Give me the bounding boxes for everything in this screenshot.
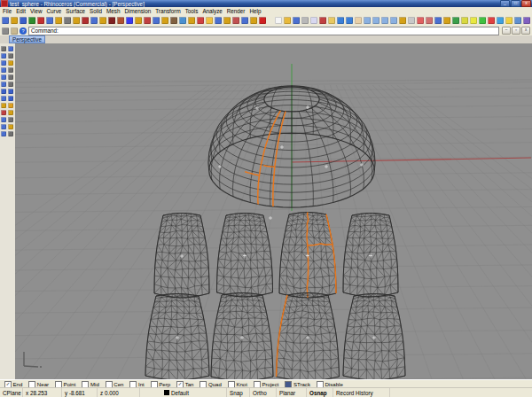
join-icon[interactable] xyxy=(197,17,204,24)
fillet-icon[interactable] xyxy=(232,17,239,24)
lock-icon[interactable] xyxy=(64,17,71,24)
mirror-tool-icon[interactable] xyxy=(1,124,6,129)
scale-tool-icon[interactable] xyxy=(8,117,13,122)
line-tool-icon[interactable] xyxy=(8,53,13,58)
rotate-icon[interactable] xyxy=(443,17,450,24)
zoom-selected-icon[interactable] xyxy=(390,17,397,24)
surface-tools-icon[interactable] xyxy=(90,17,98,24)
sphere-icon[interactable] xyxy=(144,17,151,24)
offset-icon[interactable] xyxy=(241,17,248,24)
open-icon[interactable] xyxy=(284,17,291,24)
extrude-icon[interactable] xyxy=(170,17,177,24)
polygon-tool-icon[interactable] xyxy=(1,82,6,87)
loft-icon[interactable] xyxy=(179,17,186,24)
zoom-extents-icon[interactable] xyxy=(381,17,388,24)
menu-item-view[interactable]: View xyxy=(30,8,43,14)
menu-item-curve[interactable]: Curve xyxy=(47,8,62,14)
cylinder-icon[interactable] xyxy=(153,17,160,24)
menu-item-analyze[interactable]: Analyze xyxy=(202,8,222,14)
plane-tool-icon[interactable] xyxy=(8,82,13,87)
zoom-icon[interactable] xyxy=(364,17,371,24)
array-icon[interactable] xyxy=(250,17,257,24)
unlock-icon[interactable] xyxy=(73,17,80,24)
alert-icon[interactable] xyxy=(37,17,44,24)
grid-icon[interactable] xyxy=(408,17,415,24)
environment-icon[interactable] xyxy=(497,17,504,24)
menu-item-surface[interactable]: Surface xyxy=(66,8,85,14)
mesh-tool-icon[interactable] xyxy=(8,103,13,108)
undo-icon[interactable] xyxy=(337,17,344,24)
rectangle-icon[interactable] xyxy=(126,17,133,24)
viewport-canvas[interactable] xyxy=(15,43,532,380)
curve-tools-icon[interactable] xyxy=(82,17,89,24)
options-icon[interactable] xyxy=(523,17,530,24)
loft-tool-icon[interactable] xyxy=(1,96,6,101)
menu-item-mesh[interactable]: Mesh xyxy=(106,8,120,14)
rectangle-tool-icon[interactable] xyxy=(8,74,13,80)
revolve-icon[interactable] xyxy=(188,17,195,24)
box-icon[interactable] xyxy=(135,17,142,24)
check-icon[interactable] xyxy=(28,17,35,24)
menu-item-edit[interactable]: Edit xyxy=(16,8,26,14)
copy-icon[interactable] xyxy=(310,17,317,24)
trim-tool-icon[interactable] xyxy=(8,124,13,129)
pan-icon[interactable] xyxy=(355,17,362,24)
record-icon[interactable] xyxy=(259,17,266,24)
trim-icon[interactable] xyxy=(215,17,222,24)
pipe-icon[interactable] xyxy=(161,17,168,24)
surface-corner-icon[interactable] xyxy=(1,89,6,94)
sun-icon[interactable] xyxy=(505,17,512,24)
shade-icon[interactable] xyxy=(417,17,424,24)
sweep-tool-icon[interactable] xyxy=(1,103,6,108)
save-file-icon[interactable] xyxy=(293,17,300,24)
menu-item-transform[interactable]: Transform xyxy=(155,8,180,14)
solid-tools-icon[interactable] xyxy=(99,17,106,24)
join-tool-icon[interactable] xyxy=(1,131,6,136)
zoom-window-icon[interactable] xyxy=(372,17,379,24)
menu-item-solid[interactable]: Solid xyxy=(90,8,102,14)
cut-icon[interactable] xyxy=(319,17,326,24)
menu-item-help[interactable]: Help xyxy=(249,8,261,14)
cplane-label[interactable]: CPlane xyxy=(0,388,23,397)
ground-plane-icon[interactable] xyxy=(514,17,521,24)
arc-tool-icon[interactable] xyxy=(8,67,13,73)
polyline-icon[interactable] xyxy=(117,17,124,24)
mdi-restore-button[interactable]: ▫ xyxy=(512,27,520,35)
perspective-viewport[interactable] xyxy=(15,43,532,380)
material-icon[interactable] xyxy=(488,17,495,24)
explode-icon[interactable] xyxy=(206,17,213,24)
new-file-icon[interactable] xyxy=(275,17,282,24)
mirror-icon[interactable] xyxy=(461,17,468,24)
copy-tool-icon[interactable] xyxy=(8,110,13,115)
paste-icon[interactable] xyxy=(328,17,335,24)
line-icon[interactable] xyxy=(108,17,115,24)
scale-icon[interactable] xyxy=(452,17,459,24)
layer-indicator[interactable]: Default xyxy=(161,388,227,397)
minimize-button[interactable]: _ xyxy=(500,0,510,7)
circle-tool-icon[interactable] xyxy=(1,67,6,73)
rotate-view-icon[interactable] xyxy=(399,17,406,24)
toggle-osnap[interactable]: Osnap xyxy=(307,388,333,397)
print-icon[interactable] xyxy=(301,17,309,24)
toggle-ortho[interactable]: Ortho xyxy=(250,388,277,397)
toggle-snap[interactable]: Snap xyxy=(227,388,250,397)
ellipse-tool-icon[interactable] xyxy=(1,74,6,80)
mdi-close-button[interactable]: x xyxy=(521,27,530,35)
properties-icon[interactable] xyxy=(479,17,486,24)
toggle-planar[interactable]: Planar xyxy=(277,388,307,397)
layers-icon[interactable] xyxy=(470,17,477,24)
split-icon[interactable] xyxy=(223,17,231,24)
menu-item-tools[interactable]: Tools xyxy=(185,8,199,14)
layer-state-icon[interactable] xyxy=(2,17,9,24)
render-icon[interactable] xyxy=(426,17,433,24)
select-brush-icon[interactable] xyxy=(8,46,13,51)
save-icon[interactable] xyxy=(20,17,27,24)
extrude-tool-icon[interactable] xyxy=(8,89,13,94)
record-history-toggle[interactable]: Record History xyxy=(333,388,390,397)
move-icon[interactable] xyxy=(434,17,442,24)
move-tool-icon[interactable] xyxy=(1,110,6,115)
redo-icon[interactable] xyxy=(346,17,353,24)
select-icon[interactable] xyxy=(1,46,6,51)
close-button[interactable]: x xyxy=(521,0,531,7)
viewport-tab-perspective[interactable]: Perspective xyxy=(9,35,45,43)
